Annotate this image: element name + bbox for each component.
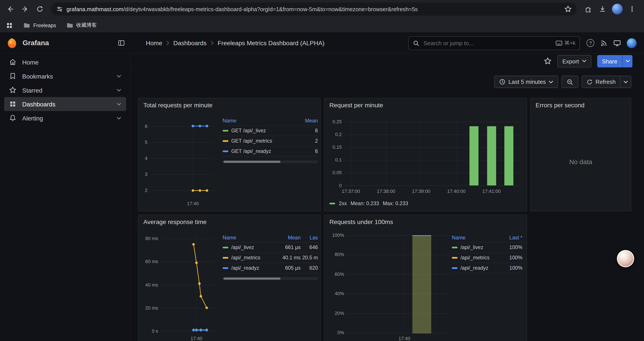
sidebar-item-label: Starred [22, 87, 42, 94]
legend-row: /api/_livez 100% [452, 242, 522, 253]
total-requests-chart[interactable]: 6543217:40 [140, 117, 214, 208]
series-key-icon [330, 203, 335, 204]
y-gridline [348, 274, 451, 274]
legend-header-mean[interactable]: Mean [274, 235, 301, 240]
breadcrumb-dashboards[interactable]: Dashboards [174, 40, 207, 47]
sidebar-item-dashboards[interactable]: Dashboards [4, 97, 126, 111]
zoom-out-button[interactable] [561, 76, 578, 88]
legend-series-livez[interactable]: GET /api/_livez [223, 128, 293, 134]
series-name: /api/_livez [460, 245, 483, 250]
search-box[interactable]: ⌘+k [408, 36, 580, 50]
average-response-time-chart[interactable]: 80 ms60 ms40 ms20 ms0 s17:40 [140, 234, 214, 341]
series-last: 100% [500, 245, 522, 250]
search-shortcut: ⌘+k [556, 40, 576, 46]
breadcrumb-home[interactable]: Home [146, 40, 162, 47]
chevron-down-icon[interactable] [116, 103, 121, 105]
legend-header-last[interactable]: Last * [500, 235, 522, 240]
browser-menu-button[interactable] [625, 2, 639, 16]
scrollbar-thumb[interactable] [223, 161, 280, 163]
chevron-down-icon[interactable] [116, 117, 121, 119]
grafana-logo[interactable] [6, 38, 17, 48]
bookmark-item-freeleaps[interactable]: Freeleaps [23, 22, 56, 29]
requests-under-100ms-chart[interactable]: 100%80%60%40%20%0%17:40 [327, 234, 451, 341]
series-key-icon [223, 130, 228, 131]
panel-title[interactable]: Requests under 100ms [330, 218, 393, 225]
time-range-picker[interactable]: Last 5 minutes [494, 76, 558, 88]
bookmark-item-blogs[interactable]: 收藏博客 [66, 22, 97, 29]
apps-grid-icon[interactable] [6, 22, 13, 29]
reload-button[interactable] [33, 2, 47, 16]
y-gridline [345, 185, 521, 186]
user-avatar[interactable] [627, 38, 636, 48]
help-icon[interactable]: ? [586, 39, 594, 47]
series-mean: 2 [293, 138, 318, 144]
legend-series-metrics[interactable]: /api/_metrics [223, 255, 274, 261]
extensions-button[interactable] [581, 2, 595, 16]
series-last: 620 [301, 265, 318, 271]
legend-series-metrics[interactable]: /api/_metrics [452, 255, 500, 261]
legend-series-metrics[interactable]: GET /api/_metrics [223, 138, 293, 144]
sidebar-item-alerting[interactable]: Alerting [4, 111, 126, 125]
legend-header-mean[interactable]: Mean [293, 118, 318, 124]
chevron-down-icon[interactable] [116, 75, 121, 78]
monitor-icon[interactable] [613, 39, 621, 47]
panel-average-response-time: Average response time 80 ms60 ms40 ms20 … [138, 215, 321, 341]
series-mean: 6 [293, 128, 318, 134]
legend-series-readyz[interactable]: /api/_readyz [452, 265, 500, 271]
url-bar[interactable]: grafana.mathmast.com/d/deytv4rwavabkb/fr… [51, 3, 576, 16]
legend-header-last[interactable]: Las [301, 235, 318, 240]
bookmark-star-icon[interactable] [564, 5, 572, 13]
panel-title[interactable]: Average response time [143, 218, 207, 225]
bookmark-icon [9, 72, 16, 80]
share-button[interactable]: Share [597, 55, 622, 67]
legend-scrollbar[interactable] [223, 160, 318, 163]
search-input[interactable] [422, 39, 552, 47]
sidebar-item-bookmarks[interactable]: Bookmarks [4, 69, 126, 83]
legend-header-row: Name Last * [452, 233, 522, 242]
legend-series-livez[interactable]: /api/_livez [452, 245, 500, 250]
site-info-icon[interactable] [56, 5, 63, 13]
scrollbar-thumb[interactable] [223, 278, 280, 279]
panel-title[interactable]: Total requests per minute [143, 102, 212, 109]
x-tick-label: 17:37:00 [334, 188, 367, 194]
x-gridline [404, 234, 405, 333]
refresh-interval-button[interactable] [620, 76, 631, 88]
panel-title[interactable]: Errors per second [536, 102, 584, 109]
share-menu-button[interactable] [622, 55, 632, 67]
dashboard-subheader: Export Share [131, 54, 644, 69]
legend-series-readyz[interactable]: /api/_readyz [223, 265, 274, 271]
legend-header-name[interactable]: Name [223, 118, 293, 124]
legend-scrollbar[interactable] [223, 277, 318, 280]
panel-title[interactable]: Request per minute [330, 102, 383, 109]
refresh-button[interactable]: Refresh [582, 76, 620, 88]
sidebar-item-starred[interactable]: Starred [4, 83, 126, 97]
request-per-minute-chart[interactable]: 0.250.20.150.10.05017:37:0017:38:0017:39… [327, 117, 520, 196]
grafana-header-left: Grafana [0, 38, 131, 48]
sidebar-item-label: Dashboards [22, 101, 56, 108]
collapse-sidebar-icon[interactable] [118, 40, 125, 47]
legend-series-livez[interactable]: /api/_livez [223, 245, 274, 250]
favorite-star-button[interactable] [544, 57, 552, 65]
series-name: /api/_readyz [460, 265, 488, 271]
breadcrumb-separator-icon [211, 41, 214, 45]
export-button[interactable]: Export [558, 55, 592, 67]
legend-header-name[interactable]: Name [452, 235, 500, 240]
chevron-down-icon[interactable] [116, 89, 121, 92]
downloads-button[interactable] [596, 2, 610, 16]
assistant-avatar-overlay[interactable] [617, 250, 634, 267]
forward-button[interactable] [18, 2, 32, 16]
kebab-menu-icon [628, 5, 636, 13]
url-text: grafana.mathmast.com/d/deytv4rwavabkb/fr… [67, 6, 564, 12]
legend-header-name[interactable]: Name [223, 235, 274, 240]
back-button[interactable] [3, 2, 17, 16]
series-key-icon [452, 247, 458, 248]
y-tick-label: 0.15 [327, 144, 342, 151]
browser-profile-avatar[interactable] [612, 4, 623, 15]
y-gridline [348, 235, 451, 236]
sidebar-item-home[interactable]: Home [4, 55, 126, 69]
y-tick-label: 100% [327, 232, 344, 238]
x-tick-label: 17:38:00 [370, 188, 402, 194]
news-rss-icon[interactable] [600, 39, 608, 47]
legend-series-readyz[interactable]: GET /api/_readyz [223, 148, 293, 154]
series-name[interactable]: 2xx [339, 201, 347, 206]
